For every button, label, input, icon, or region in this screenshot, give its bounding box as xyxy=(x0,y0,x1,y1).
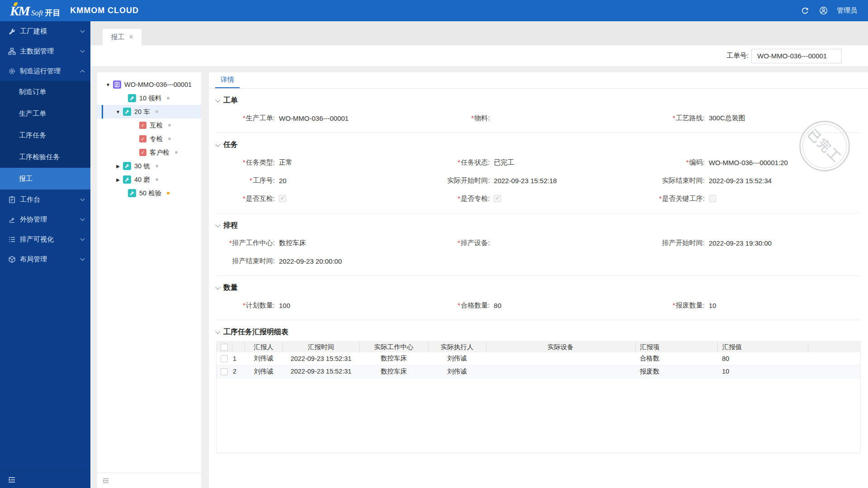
col-header-actual-work-center[interactable]: 实际工作中心 xyxy=(359,342,428,352)
field-value: 2022-09-23 15:52:18 xyxy=(494,177,557,185)
field-value: 2022-09-23 15:52:34 xyxy=(709,177,772,185)
field-value: WO-MMO-036---00001 xyxy=(279,114,349,122)
sitemap-icon xyxy=(8,47,16,55)
field-planned-quantity: *计划数量: 100 xyxy=(216,300,431,311)
tree-node-op-40[interactable]: ▶ 40 磨 xyxy=(97,173,201,186)
cell-actual-device xyxy=(486,365,635,378)
sidebar-item-production-work-orders[interactable]: 生产工单 xyxy=(0,103,90,124)
sidebar-item-manufacturing-orders[interactable]: 制造订单 xyxy=(0,81,90,103)
sidebar-item-outsourcing[interactable]: 外协管理 xyxy=(0,209,90,229)
col-header-report-item[interactable]: 汇报项 xyxy=(635,342,717,352)
operation-icon xyxy=(123,108,131,116)
tree-node-op-10[interactable]: 10 领料 xyxy=(97,91,201,105)
field-special-inspection-flag: *是否专检: xyxy=(431,193,646,204)
col-header-actual-executor[interactable]: 实际执行人 xyxy=(428,342,486,352)
sidebar-item-layout-management[interactable]: 布局管理 xyxy=(0,249,90,269)
caret-right-icon[interactable]: ▶ xyxy=(115,164,121,169)
section-header-report-detail-table[interactable]: 工序任务汇报明细表 xyxy=(216,327,861,337)
collapse-tree-icon[interactable] xyxy=(102,478,110,484)
tab-work-reporting[interactable]: 报工 × xyxy=(103,29,142,45)
caret-down-icon[interactable]: ▼ xyxy=(105,82,111,87)
tab-details[interactable]: 详情 xyxy=(215,72,240,88)
chevron-down-icon xyxy=(80,217,85,221)
detail-tab-bar: 详情 xyxy=(209,72,868,89)
tree-node-op-30[interactable]: ▶ 30 铣 xyxy=(97,159,201,173)
sidebar-item-manufacturing-ops[interactable]: 制造运行管理 xyxy=(0,61,90,81)
tree-node-work-order[interactable]: ▼ WO-MMO-036---00001 xyxy=(97,78,201,91)
user-avatar-icon[interactable] xyxy=(819,6,828,15)
cell-report-time: 2022-09-23 15:52:31 xyxy=(283,352,359,365)
row-checkbox[interactable] xyxy=(221,368,228,375)
row-checkbox[interactable] xyxy=(221,355,228,362)
collapse-sidebar-icon[interactable] xyxy=(7,476,16,483)
key-operation-checkbox[interactable] xyxy=(709,195,716,202)
tree-node-mutual-inspection[interactable]: ✓ 互检 xyxy=(97,118,201,132)
col-header-report-time[interactable]: 汇报时间 xyxy=(283,342,359,352)
field-actual-start-time: 实际开始时间: 2022-09-23 15:52:18 xyxy=(431,175,646,186)
table-row[interactable]: 2 刘伟诚 2022-09-23 15:52:31 数控车床 刘伟诚 报废数 1… xyxy=(217,365,860,378)
section-header-work-order[interactable]: 工单 xyxy=(216,96,861,105)
cell-report-item: 合格数 xyxy=(635,352,717,365)
sidebar-item-process-inspection-tasks[interactable]: 工序检验任务 xyxy=(0,146,90,168)
chevron-down-icon xyxy=(215,97,220,102)
mutual-inspection-checkbox[interactable] xyxy=(279,195,286,202)
product-name: KMMOM CLOUD xyxy=(70,6,139,15)
clipboard-icon xyxy=(8,196,16,204)
sidebar-nav: 工厂建模 主数据管理 制造运行管理 制造订单 生产工单 工序任务 工序检验任务 … xyxy=(0,21,90,488)
detail-panel: 详情 已完工 工单 *生产工单: WO-MMO-036---00001 *物料:… xyxy=(209,72,868,488)
section-divider xyxy=(216,213,861,213)
field-task-status: *任务状态: 已完工 xyxy=(431,157,646,168)
section-divider xyxy=(216,275,861,276)
cell-report-time: 2022-09-23 15:52:31 xyxy=(283,365,359,378)
close-icon[interactable]: × xyxy=(129,33,133,41)
section-title: 排程 xyxy=(223,221,238,230)
sidebar-item-work-reporting[interactable]: 报工 xyxy=(0,168,90,190)
field-scheduled-start-time: 排产开始时间: 2022-09-23 19:30:00 xyxy=(646,237,861,248)
col-header-reporter[interactable]: 汇报人 xyxy=(245,342,283,352)
table-row[interactable]: 1 刘伟诚 2022-09-23 15:52:31 数控车床 刘伟诚 合格数 8… xyxy=(217,352,860,365)
tree-node-customer-inspection[interactable]: ✓ 客户检 xyxy=(97,146,201,159)
work-order-input[interactable] xyxy=(751,49,842,63)
col-header-actual-device[interactable]: 实际设备 xyxy=(486,342,635,352)
wrench-icon xyxy=(8,28,16,35)
tree-node-op-50[interactable]: 50 检验 xyxy=(97,186,201,200)
work-order-icon xyxy=(113,81,121,89)
sidebar-item-process-tasks[interactable]: 工序任务 xyxy=(0,124,90,146)
chevron-down-icon xyxy=(80,256,85,261)
status-dot-warning xyxy=(167,192,170,194)
section-header-quantity[interactable]: 数量 xyxy=(216,283,861,293)
caret-right-icon[interactable]: ▶ xyxy=(115,177,121,182)
tab-strip: 报工 × xyxy=(90,21,868,45)
tree-node-op-20[interactable]: ▼ 20 车 xyxy=(97,105,201,118)
sidebar-item-label: 布局管理 xyxy=(20,255,81,264)
chevron-down-icon xyxy=(215,284,220,289)
sidebar-item-factory-modeling[interactable]: 工厂建模 xyxy=(0,21,90,41)
sidebar-item-label: 工作台 xyxy=(20,195,81,204)
section-header-task[interactable]: 任务 xyxy=(216,140,861,150)
section-header-schedule[interactable]: 排程 xyxy=(216,221,861,230)
tree-node-label: 专检 xyxy=(150,135,163,143)
col-header-report-value[interactable]: 汇报值 xyxy=(717,342,808,352)
sidebar-item-label: 制造订单 xyxy=(19,88,46,96)
select-all-checkbox[interactable] xyxy=(221,344,228,351)
refresh-icon[interactable] xyxy=(801,6,810,15)
field-value: 80 xyxy=(494,302,501,309)
special-inspection-checkbox[interactable] xyxy=(494,195,501,202)
cell-report-item: 报废数 xyxy=(635,365,717,378)
sidebar-item-scheduling-visualization[interactable]: 排产可视化 xyxy=(0,229,90,249)
sidebar-item-master-data[interactable]: 主数据管理 xyxy=(0,41,90,61)
cube-icon xyxy=(8,256,16,263)
tree-node-label: 30 铣 xyxy=(134,162,150,171)
sidebar-item-label: 工厂建模 xyxy=(20,27,81,36)
chevron-down-icon xyxy=(80,28,85,33)
chevron-down-icon xyxy=(215,329,220,334)
tree-node-special-inspection[interactable]: ✓ 专检 xyxy=(97,132,201,146)
sidebar-item-label: 工序任务 xyxy=(19,131,46,140)
field-value: 2022-09-23 19:30:00 xyxy=(709,239,772,247)
sidebar-item-workbench[interactable]: 工作台 xyxy=(0,190,90,209)
sidebar-item-label: 外协管理 xyxy=(20,215,81,224)
username-label[interactable]: 管理员 xyxy=(837,6,857,15)
cell-report-value: 10 xyxy=(717,365,808,378)
section-divider xyxy=(216,320,861,320)
caret-down-icon[interactable]: ▼ xyxy=(115,109,121,114)
